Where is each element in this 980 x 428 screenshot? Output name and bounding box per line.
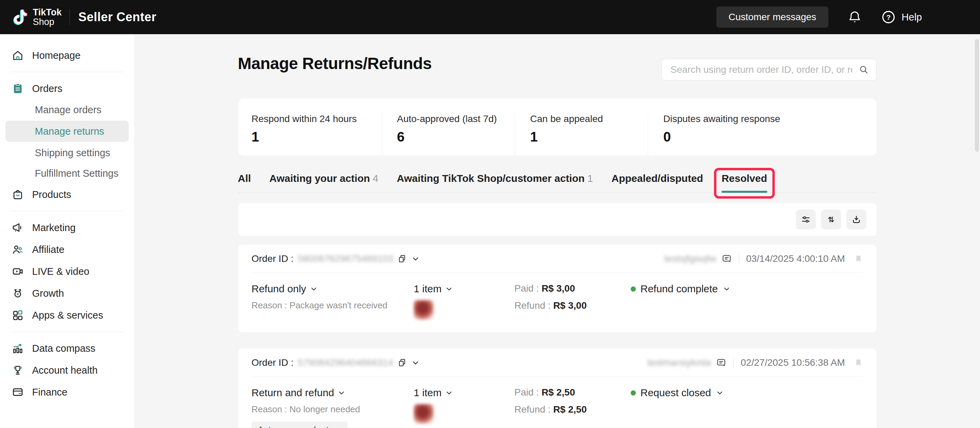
sidebar-item-products[interactable]: Products xyxy=(0,184,134,206)
sidebar-item-affiliate[interactable]: Affiliate xyxy=(0,239,134,260)
tab-awaiting-your-action[interactable]: Awaiting your action4 xyxy=(269,172,378,192)
order-header: Order ID : 580067629675489103 testsjfgis… xyxy=(252,245,863,273)
sidebar-item-growth[interactable]: Growth xyxy=(0,283,134,304)
main-content: Manage Returns/Refunds Respond within 24… xyxy=(134,34,980,428)
customer-messages-button[interactable]: Customer messages xyxy=(716,6,829,28)
sidebar-item-fulfillment-settings[interactable]: Fulfillment Settings xyxy=(0,163,134,184)
order-body: Return and refund Reason : No longer nee… xyxy=(252,377,863,428)
buyer-username-blurred: testsjfgisqfw xyxy=(664,253,716,264)
download-button[interactable] xyxy=(846,209,866,229)
sidebar-item-marketing[interactable]: Marketing xyxy=(0,217,134,239)
chat-icon[interactable] xyxy=(716,357,727,368)
stat-value: 1 xyxy=(530,129,641,145)
sidebar-item-manage-returns[interactable]: Manage returns xyxy=(5,121,129,142)
sidebar-label: Products xyxy=(32,189,71,200)
sidebar-label: Growth xyxy=(32,288,64,299)
order-type-column: Refund only Reason : Package wasn't rece… xyxy=(252,283,414,320)
bookmark-icon[interactable] xyxy=(854,358,863,367)
sidebar-item-manage-orders[interactable]: Manage orders xyxy=(0,99,134,120)
refund-value: R$ 3,00 xyxy=(553,300,587,311)
stat-label: Respond within 24 hours xyxy=(252,113,375,125)
chevron-down-icon xyxy=(445,389,453,397)
return-type-dropdown[interactable]: Refund only xyxy=(252,283,414,295)
tab-resolved[interactable]: Resolved xyxy=(722,172,767,192)
sidebar: Homepage Orders Manage orders Manage ret… xyxy=(0,34,134,428)
order-amounts-column: Paid : R$ 3,00 Refund : R$ 3,00 xyxy=(515,283,631,320)
items-dropdown[interactable]: 1 item xyxy=(414,387,515,399)
order-amounts-column: Paid : R$ 2,50 Refund : R$ 2,50 xyxy=(515,387,631,428)
status-dot xyxy=(631,390,636,396)
chevron-down-icon xyxy=(722,285,731,293)
download-icon xyxy=(851,214,862,225)
buyer-username-blurred: testmarsiykmla xyxy=(648,357,711,368)
chat-icon[interactable] xyxy=(721,253,732,264)
sidebar-item-orders[interactable]: Orders xyxy=(0,78,134,99)
sidebar-label: Affiliate xyxy=(32,244,65,256)
sidebar-item-homepage[interactable]: Homepage xyxy=(0,45,134,66)
status-dot xyxy=(631,286,636,292)
sidebar-label: Manage returns xyxy=(35,126,104,137)
product-thumbnail-blurred[interactable] xyxy=(414,404,434,424)
tab-appealed-disputed[interactable]: Appealed/disputed xyxy=(612,172,703,192)
filter-icon xyxy=(801,214,811,225)
order-items-column: 1 item xyxy=(414,387,515,428)
return-order-card: Order ID : 579084296404666314 testmarsiy… xyxy=(238,349,877,428)
tab-label: Appealed/disputed xyxy=(612,172,703,184)
search-input[interactable] xyxy=(662,59,877,81)
credit-card-icon xyxy=(12,386,24,398)
chevron-down-icon xyxy=(716,389,724,397)
sidebar-item-data-compass[interactable]: Data compass xyxy=(0,337,134,359)
scrollbar-thumb[interactable] xyxy=(975,39,979,152)
list-toolbar xyxy=(238,203,877,236)
chevron-down-icon[interactable] xyxy=(411,358,420,367)
brand-line1: TikTok xyxy=(33,8,62,17)
home-icon xyxy=(12,49,24,62)
tab-all[interactable]: All xyxy=(238,172,251,192)
status-dropdown[interactable]: Request closed xyxy=(631,387,863,399)
auto-approved-badge: Auto-approved return xyxy=(252,422,348,428)
stat-auto-approved: Auto-approved (last 7d) 6 xyxy=(382,113,515,155)
sort-button[interactable] xyxy=(821,209,841,229)
search-box xyxy=(662,59,877,81)
filter-button[interactable] xyxy=(796,209,816,229)
tab-awaiting-tiktok-customer-action[interactable]: Awaiting TikTok Shop/customer action1 xyxy=(397,172,593,192)
refund-value: R$ 2,50 xyxy=(553,404,587,415)
paid-value: R$ 2,50 xyxy=(542,387,575,398)
refund-label: Refund : xyxy=(515,300,551,311)
trophy-icon xyxy=(12,364,24,376)
grid-icon xyxy=(12,309,24,321)
active-tab-underline xyxy=(722,191,767,193)
help-menu[interactable]: ? Help xyxy=(881,10,922,25)
return-type-label: Return and refund xyxy=(252,387,334,399)
sidebar-divider xyxy=(10,332,124,332)
return-type-dropdown[interactable]: Return and refund xyxy=(252,387,414,399)
chevron-down-icon[interactable] xyxy=(411,254,420,263)
tab-label: Awaiting TikTok Shop/customer action xyxy=(397,172,585,184)
sidebar-item-shipping-settings[interactable]: Shipping settings xyxy=(0,142,134,163)
copy-icon[interactable] xyxy=(398,254,407,264)
topbar: TikTok Shop Seller Center Customer messa… xyxy=(0,0,980,34)
return-type-label: Refund only xyxy=(252,283,306,295)
status-tabs: All Awaiting your action4 Awaiting TikTo… xyxy=(238,172,877,193)
product-thumbnail-blurred[interactable] xyxy=(414,300,434,320)
status-label: Request closed xyxy=(641,387,711,399)
copy-icon[interactable] xyxy=(398,358,407,367)
sidebar-item-finance[interactable]: Finance xyxy=(0,381,134,403)
page-title: Manage Returns/Refunds xyxy=(238,54,432,73)
brand-wordmark[interactable]: TikTok Shop xyxy=(33,8,62,27)
search-icon[interactable] xyxy=(859,65,869,75)
status-dropdown[interactable]: Refund complete xyxy=(631,283,863,295)
chevron-down-icon xyxy=(445,285,453,293)
bookmark-icon[interactable] xyxy=(854,254,863,263)
items-dropdown[interactable]: 1 item xyxy=(414,283,515,295)
sidebar-label: Shipping settings xyxy=(35,147,110,159)
sidebar-item-apps-services[interactable]: Apps & services xyxy=(0,304,134,326)
sidebar-label: Finance xyxy=(32,386,67,398)
orders-icon xyxy=(12,82,24,95)
sidebar-label: Homepage xyxy=(32,50,81,61)
sidebar-item-account-health[interactable]: Account health xyxy=(0,359,134,381)
sidebar-label: Manage orders xyxy=(35,104,102,115)
notifications-bell-icon[interactable] xyxy=(848,10,862,24)
sidebar-item-live-video[interactable]: LIVE & video xyxy=(0,260,134,283)
items-count: 1 item xyxy=(414,387,442,399)
